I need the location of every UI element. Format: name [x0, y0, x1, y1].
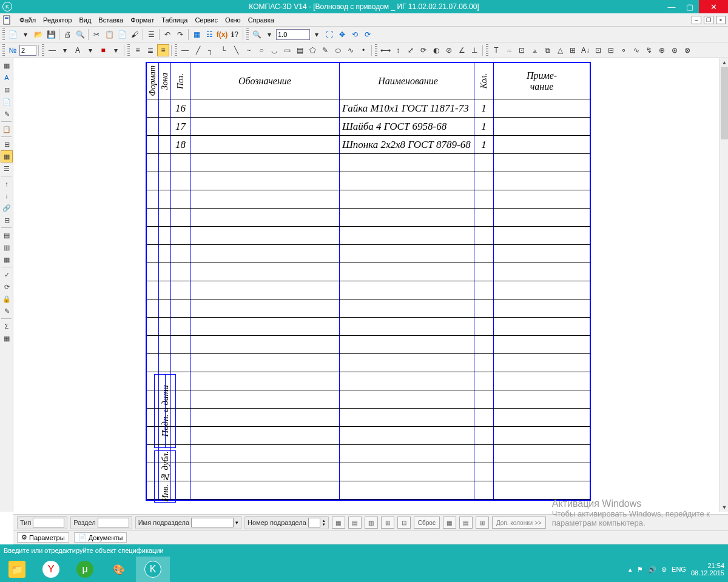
line5-button[interactable]: ╲	[230, 44, 242, 56]
pan-button[interactable]: ✥	[336, 28, 348, 41]
pbar-btn3[interactable]: ▥	[365, 517, 378, 529]
table-row[interactable]	[147, 445, 590, 463]
sketch-button[interactable]: ✎	[319, 44, 331, 56]
note12-button[interactable]: ↯	[643, 44, 655, 56]
toolbar-grip[interactable]	[127, 44, 130, 56]
library-button[interactable]: ▦	[190, 28, 203, 41]
note1-button[interactable]: ⎓	[503, 44, 515, 56]
lt-group-icon[interactable]: ⊟	[1, 214, 13, 226]
paste-button[interactable]: 📄	[116, 28, 128, 41]
nomer-down[interactable]: ▼	[322, 523, 326, 526]
lt-table-icon[interactable]: ▦	[1, 150, 13, 162]
dim4-button[interactable]: ⟳	[417, 44, 430, 56]
zoom-combo-arrow[interactable]: ▾	[311, 28, 323, 41]
note9-button[interactable]: ⊟	[605, 44, 617, 56]
lt-doc-icon[interactable]: 📄	[1, 96, 13, 108]
dim2-button[interactable]: ↕	[392, 44, 404, 56]
table-row[interactable]	[147, 354, 590, 372]
note11-button[interactable]: ∿	[630, 44, 642, 56]
scroll-up-arrow[interactable]: ▲	[720, 58, 728, 67]
lt-obj-icon[interactable]: ⊞	[1, 84, 13, 96]
menu-insert[interactable]: Вставка	[95, 15, 127, 25]
dim3-button[interactable]: ⤢	[405, 44, 417, 56]
note15-button[interactable]: ⊗	[681, 44, 693, 56]
taskbar-utorrent[interactable]: μ	[68, 557, 102, 582]
variables-button[interactable]: ☷	[203, 28, 215, 41]
open-button[interactable]: 📂	[32, 28, 44, 41]
note10-button[interactable]: ⚬	[618, 44, 630, 56]
prev-view-button[interactable]: ⟲	[349, 28, 361, 41]
zoom-input[interactable]	[276, 29, 310, 40]
spline-button[interactable]: ∿	[345, 44, 357, 56]
scroll-thumb[interactable]	[721, 67, 728, 139]
font-dropdown[interactable]: ▾	[84, 44, 96, 56]
style-button[interactable]: —	[46, 44, 58, 56]
menu-editor[interactable]: Редактор	[39, 15, 75, 25]
lt-tree-icon[interactable]: ⊞	[1, 138, 13, 150]
redo-button[interactable]: ↷	[174, 28, 186, 41]
close-button[interactable]: ✕	[699, 0, 728, 13]
pbar-btn5[interactable]: ⊡	[397, 517, 411, 529]
page-input[interactable]	[19, 45, 36, 56]
lt-lock-icon[interactable]: 🔒	[1, 293, 13, 305]
align-right-button[interactable]: ≡	[157, 44, 169, 56]
lt-sum-icon[interactable]: Σ	[1, 320, 13, 332]
mdi-close[interactable]: ×	[716, 16, 726, 24]
tip-input[interactable]	[33, 518, 64, 527]
lt-pen-icon[interactable]: ✎	[1, 305, 13, 317]
align-left-button[interactable]: ≡	[132, 44, 144, 56]
table-row[interactable]	[147, 209, 590, 227]
lt-down-icon[interactable]: ↓	[1, 190, 13, 202]
note7-button[interactable]: A↓	[579, 44, 592, 56]
imya-dropdown[interactable]: ▾	[235, 520, 238, 526]
dim6-button[interactable]: ⊘	[443, 44, 455, 56]
tray-arrow-icon[interactable]: ▴	[629, 566, 632, 574]
note5-button[interactable]: △	[554, 44, 566, 56]
dim5-button[interactable]: ◐	[430, 44, 442, 56]
lt-edit-icon[interactable]: ✎	[1, 108, 13, 120]
taskbar-explorer[interactable]: 📁	[0, 557, 34, 582]
arc-button[interactable]: ◡	[268, 44, 280, 56]
table-row[interactable]	[147, 299, 590, 318]
undo-button[interactable]: ↶	[161, 28, 174, 41]
note4-button[interactable]: ⧉	[541, 44, 553, 56]
vertical-scrollbar[interactable]: ▲ ▼	[720, 58, 728, 512]
color-button[interactable]: ■	[97, 44, 109, 56]
point-button[interactable]: •	[357, 44, 369, 56]
minimize-button[interactable]: —	[662, 0, 681, 13]
lt-list-icon[interactable]: ☰	[1, 162, 13, 175]
nomer-input[interactable]	[308, 518, 320, 527]
mdi-restore[interactable]: ❐	[704, 16, 713, 24]
note2-button[interactable]: ⊡	[516, 44, 528, 56]
new-button[interactable]: 📄	[7, 28, 19, 41]
razdel-input[interactable]	[98, 518, 129, 527]
table-row[interactable]	[147, 463, 590, 481]
tray-flag-icon[interactable]: ⚑	[637, 566, 643, 574]
ellipse-button[interactable]: ⬭	[332, 44, 344, 56]
pbar-btn1[interactable]: ▦	[332, 517, 345, 529]
zoom-dropdown[interactable]: ▾	[263, 28, 275, 41]
table-row[interactable]	[147, 427, 590, 445]
rect-button[interactable]: ▭	[281, 44, 293, 56]
pbar-btn2[interactable]: ▤	[348, 517, 362, 529]
preview-button[interactable]: 🔍	[74, 28, 86, 41]
table-row[interactable]	[147, 318, 590, 336]
note3-button[interactable]: ⟁	[528, 44, 541, 56]
maximize-button[interactable]: ▢	[681, 0, 699, 13]
poly-button[interactable]: ⬠	[306, 44, 318, 56]
line1-button[interactable]: —	[179, 44, 191, 56]
tab-dokumenty[interactable]: 📄 Документы	[74, 532, 127, 543]
dop-kolonki-button[interactable]: Доп. колонки >>	[492, 517, 546, 529]
menu-window[interactable]: Окно	[221, 15, 244, 25]
lt-up-icon[interactable]: ↑	[1, 178, 13, 190]
line3-button[interactable]: ┐	[204, 44, 217, 56]
table-row[interactable]	[147, 154, 590, 172]
menu-view[interactable]: Вид	[75, 15, 95, 25]
table-row[interactable]: 17Шайба 4 ГОСТ 6958-681	[147, 118, 590, 136]
lt-filter1-icon[interactable]: ▤	[1, 229, 13, 241]
text-button[interactable]: T	[490, 44, 502, 56]
font-button[interactable]: A	[72, 44, 84, 56]
dim1-button[interactable]: ⟷	[379, 44, 391, 56]
imya-input[interactable]	[191, 518, 234, 527]
taskbar-paint[interactable]: 🎨	[102, 557, 136, 582]
